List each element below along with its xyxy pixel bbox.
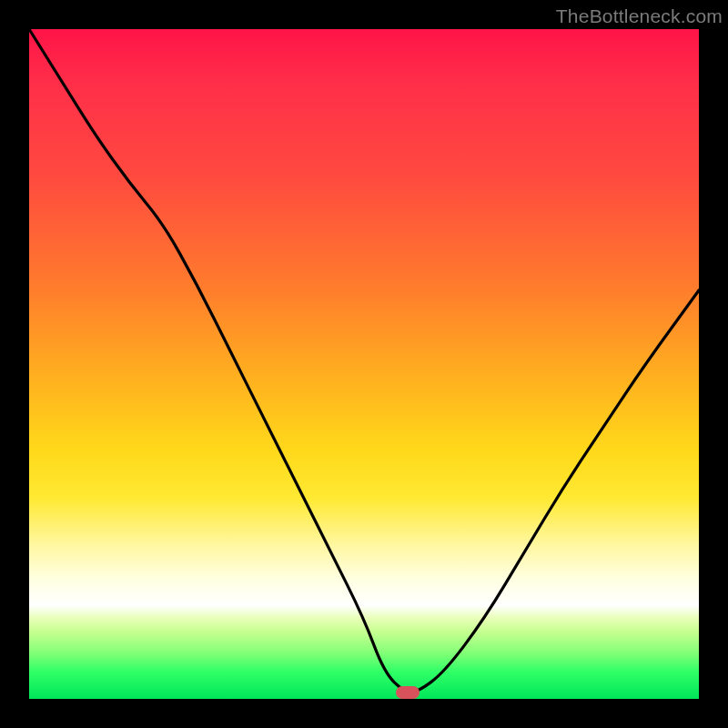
bottleneck-curve-path <box>29 29 699 693</box>
bottleneck-curve <box>29 29 699 699</box>
watermark-text: TheBottleneck.com <box>556 5 723 27</box>
plot-area <box>29 29 699 699</box>
chart-frame: TheBottleneck.com <box>0 0 728 728</box>
optimum-marker <box>396 686 420 699</box>
